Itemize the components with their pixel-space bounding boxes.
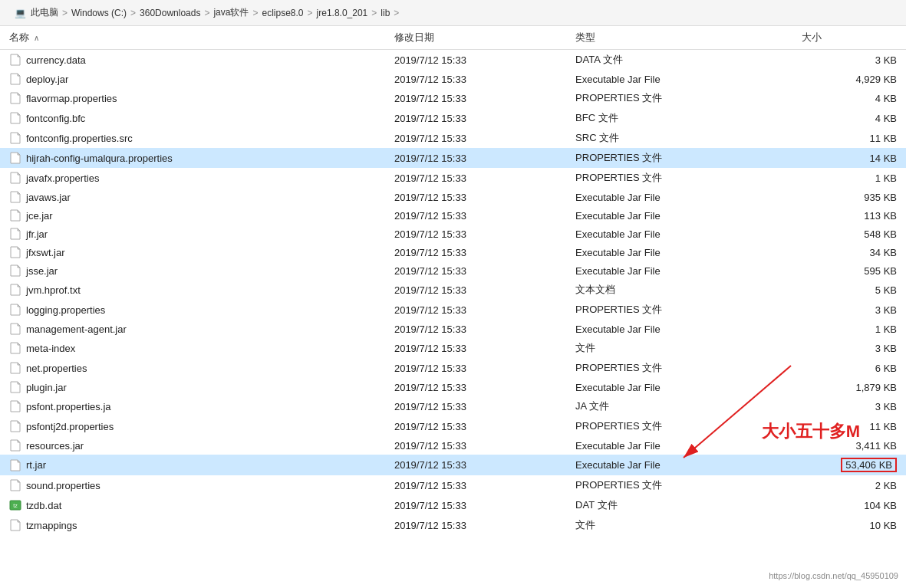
col-header-type[interactable]: 类型 — [566, 26, 792, 50]
file-name-cell: sound.properties — [0, 475, 385, 495]
file-icon — [9, 304, 21, 316]
col-header-name[interactable]: 名称 ∧ — [0, 26, 385, 50]
file-size: 1,879 KB — [792, 378, 906, 396]
file-size: 10 KB — [792, 515, 906, 535]
file-date: 2019/7/12 15:33 — [385, 358, 566, 378]
file-size: 34 KB — [792, 243, 906, 261]
table-row[interactable]: plugin.jar2019/7/12 15:33Executable Jar … — [0, 378, 906, 396]
file-size: 104 KB — [792, 495, 906, 515]
table-row[interactable]: sound.properties2019/7/12 15:33PROPERTIE… — [0, 475, 906, 495]
table-row[interactable]: resources.jar2019/7/12 15:33Executable J… — [0, 436, 906, 455]
file-icon — [9, 459, 21, 471]
file-type: Executable Jar File — [566, 70, 792, 88]
file-size: 113 KB — [792, 206, 906, 225]
table-row[interactable]: jce.jar2019/7/12 15:33Executable Jar Fil… — [0, 206, 906, 225]
highlighted-size: 53,406 KB — [841, 458, 897, 472]
table-row[interactable]: deploy.jar2019/7/12 15:33Executable Jar … — [0, 70, 906, 88]
file-name-cell: fontconfig.bfc — [0, 108, 385, 128]
file-name-cell: jvm.hprof.txt — [0, 280, 385, 300]
table-row[interactable]: jfr.jar2019/7/12 15:33Executable Jar Fil… — [0, 225, 906, 243]
table-row[interactable]: tzmappings2019/7/12 15:33文件10 KB — [0, 515, 906, 535]
breadcrumb-item[interactable]: Windows (C:) — [71, 8, 127, 18]
file-date: 2019/7/12 15:33 — [385, 280, 566, 300]
breadcrumb-item[interactable]: lib — [381, 8, 390, 18]
table-row[interactable]: jsse.jar2019/7/12 15:33Executable Jar Fi… — [0, 261, 906, 280]
file-type: Executable Jar File — [566, 378, 792, 396]
file-date: 2019/7/12 15:33 — [385, 108, 566, 128]
col-header-date[interactable]: 修改日期 — [385, 26, 566, 50]
file-icon — [9, 519, 21, 531]
file-type: DATA 文件 — [566, 50, 792, 71]
file-type: SRC 文件 — [566, 128, 792, 148]
table-row[interactable]: fontconfig.properties.src2019/7/12 15:33… — [0, 128, 906, 148]
file-icon — [9, 342, 21, 354]
file-type: DAT 文件 — [566, 495, 792, 515]
file-icon — [9, 209, 21, 222]
table-row[interactable]: javaws.jar2019/7/12 15:33Executable Jar … — [0, 188, 906, 206]
file-name-cell: jfxswt.jar — [0, 243, 385, 261]
file-type: Executable Jar File — [566, 436, 792, 455]
table-row[interactable]: psfont.properties.ja2019/7/12 15:33JA 文件… — [0, 396, 906, 416]
file-type: Executable Jar File — [566, 206, 792, 225]
file-date: 2019/7/12 15:33 — [385, 455, 566, 475]
breadcrumb-item[interactable]: eclipse8.0 — [262, 8, 303, 18]
file-icon: tz — [9, 499, 21, 511]
table-row[interactable]: flavormap.properties2019/7/12 15:33PROPE… — [0, 88, 906, 108]
table-row[interactable]: jvm.hprof.txt2019/7/12 15:33文本文档5 KB — [0, 280, 906, 300]
breadcrumb-item[interactable]: jre1.8.0_201 — [317, 8, 368, 18]
file-size: 3 KB — [792, 338, 906, 358]
file-icon — [9, 362, 21, 374]
file-icon — [9, 439, 21, 452]
file-date: 2019/7/12 15:33 — [385, 436, 566, 455]
table-row[interactable]: tz tzdb.dat2019/7/12 15:33DAT 文件104 KB — [0, 495, 906, 515]
table-row[interactable]: hijrah-config-umalqura.properties2019/7/… — [0, 148, 906, 168]
table-row[interactable]: meta-index2019/7/12 15:33文件3 KB — [0, 338, 906, 358]
file-list-container[interactable]: 名称 ∧ 修改日期 类型 大小 currency.data2019/7/12 1… — [0, 26, 906, 586]
file-type: PROPERTIES 文件 — [566, 148, 792, 168]
file-name-cell: fontconfig.properties.src — [0, 128, 385, 148]
file-name-cell: rt.jar — [0, 455, 385, 475]
file-icon — [9, 381, 21, 393]
file-size: 11 KB — [792, 128, 906, 148]
file-icon — [9, 420, 21, 432]
file-type: 文件 — [566, 338, 792, 358]
file-icon — [9, 264, 21, 277]
file-size: 3 KB — [792, 50, 906, 71]
breadcrumb-item[interactable]: 360Downloads — [140, 8, 200, 18]
file-name-cell: logging.properties — [0, 300, 385, 320]
file-date: 2019/7/12 15:33 — [385, 495, 566, 515]
table-row[interactable]: psfontj2d.properties2019/7/12 15:33PROPE… — [0, 416, 906, 436]
file-name-cell: javaws.jar — [0, 188, 385, 206]
table-row[interactable]: management-agent.jar2019/7/12 15:33Execu… — [0, 320, 906, 338]
file-type: BFC 文件 — [566, 108, 792, 128]
file-icon — [9, 112, 21, 124]
file-name-cell: plugin.jar — [0, 378, 385, 396]
file-size: 1 KB — [792, 320, 906, 338]
table-row[interactable]: logging.properties2019/7/12 15:33PROPERT… — [0, 300, 906, 320]
svg-text:tz: tz — [13, 503, 18, 508]
file-size: 5 KB — [792, 280, 906, 300]
file-date: 2019/7/12 15:33 — [385, 243, 566, 261]
file-date: 2019/7/12 15:33 — [385, 338, 566, 358]
file-type: PROPERTIES 文件 — [566, 416, 792, 436]
table-row[interactable]: currency.data2019/7/12 15:33DATA 文件3 KB — [0, 50, 906, 71]
col-header-size[interactable]: 大小 — [792, 26, 906, 50]
table-row[interactable]: jfxswt.jar2019/7/12 15:33Executable Jar … — [0, 243, 906, 261]
table-row[interactable]: javafx.properties2019/7/12 15:33PROPERTI… — [0, 168, 906, 188]
table-row[interactable]: fontconfig.bfc2019/7/12 15:33BFC 文件4 KB — [0, 108, 906, 128]
file-name-cell: jsse.jar — [0, 261, 385, 280]
file-type: JA 文件 — [566, 396, 792, 416]
file-date: 2019/7/12 15:33 — [385, 416, 566, 436]
file-icon — [9, 228, 21, 240]
file-size: 548 KB — [792, 225, 906, 243]
breadcrumb-item[interactable]: 此电脑 — [31, 6, 58, 19]
file-date: 2019/7/12 15:33 — [385, 378, 566, 396]
file-date: 2019/7/12 15:33 — [385, 300, 566, 320]
file-type: PROPERTIES 文件 — [566, 358, 792, 378]
file-date: 2019/7/12 15:33 — [385, 475, 566, 495]
table-row[interactable]: rt.jar2019/7/12 15:33Executable Jar File… — [0, 455, 906, 475]
table-row[interactable]: net.properties2019/7/12 15:33PROPERTIES … — [0, 358, 906, 378]
breadcrumb-item[interactable]: java软件 — [213, 6, 249, 19]
file-date: 2019/7/12 15:33 — [385, 50, 566, 71]
file-icon — [9, 246, 21, 258]
